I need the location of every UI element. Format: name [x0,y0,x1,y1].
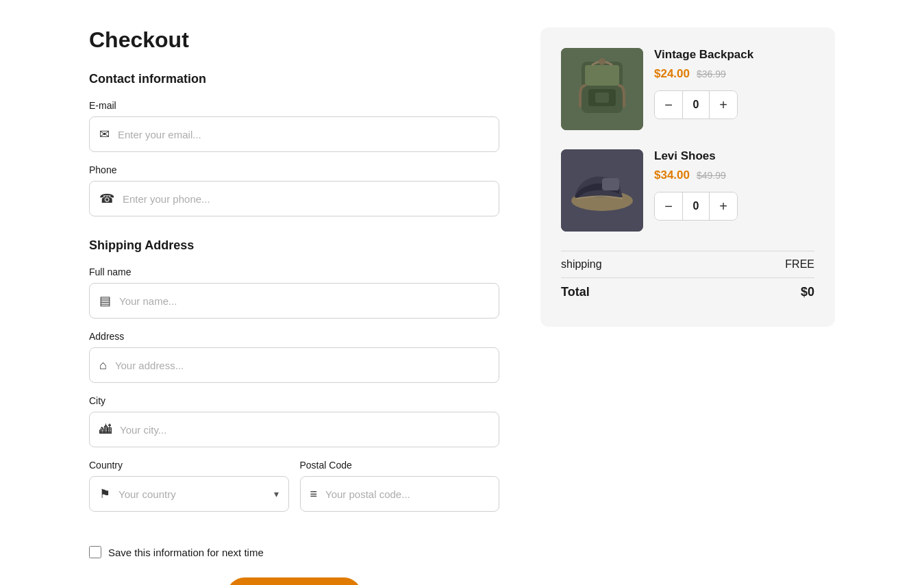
country-label: Country [89,460,289,471]
product-price-shoes: $34.00 $49.99 [654,169,814,182]
product-info-backpack: Vintage Backpack $24.00 $36.99 − 0 + [654,48,814,119]
fullname-input[interactable] [119,295,489,307]
save-info-row: Save this information for next time [89,546,499,558]
postal-input[interactable] [325,488,489,500]
product-card-backpack: Vintage Backpack $24.00 $36.99 − 0 + [561,48,814,130]
phone-input[interactable] [123,193,489,205]
postal-label: Postal Code [300,460,500,471]
country-select[interactable]: ⚑ Your country ▾ [89,476,289,512]
product-price-current-shoes: $34.00 [654,169,690,182]
address-input-wrapper: ⌂ [89,347,499,383]
shipping-section: Shipping Address Full name ▤ Address ⌂ C… [89,238,499,524]
address-field-group: Address ⌂ [89,331,499,383]
address-label: Address [89,331,499,342]
qty-value-backpack: 0 [682,91,710,119]
product-image-shoes [561,149,643,232]
qty-decrease-backpack[interactable]: − [655,91,682,119]
product-name-backpack: Vintage Backpack [654,48,814,62]
email-input[interactable] [118,129,489,140]
total-label: Total [561,285,590,299]
country-field-group: Country ⚑ Your country ▾ [89,460,289,512]
continue-button[interactable]: Continue [227,577,361,585]
product-image-backpack [561,48,643,130]
fullname-input-wrapper: ▤ [89,283,499,319]
phone-field-group: Phone ☎ [89,164,499,216]
shipping-label: shipping [561,258,602,271]
phone-label: Phone [89,164,499,175]
email-label: E-mail [89,100,499,111]
qty-increase-shoes[interactable]: + [710,192,737,220]
fullname-field-group: Full name ▤ [89,266,499,319]
country-placeholder: Your country [118,488,274,500]
submit-area: Continue [89,577,499,585]
postal-field-group: Postal Code ≡ [300,460,500,512]
phone-icon: ☎ [99,191,114,206]
fullname-label: Full name [89,266,499,277]
product-price-original-backpack: $36.99 [697,69,726,79]
postal-icon: ≡ [310,487,318,501]
city-input-wrapper: 🏙 [89,412,499,447]
home-icon: ⌂ [99,358,107,373]
product-price-backpack: $24.00 $36.99 [654,67,814,81]
shipping-summary-row: shipping FREE [561,251,814,277]
svg-rect-4 [595,92,609,103]
qty-increase-backpack[interactable]: + [710,91,737,119]
country-postal-row: Country ⚑ Your country ▾ Postal Code ≡ [89,460,499,524]
city-field-group: City 🏙 [89,395,499,447]
quantity-control-shoes: − 0 + [654,192,738,221]
contact-section: Contact information E-mail ✉ Phone ☎ [89,72,499,216]
email-field-group: E-mail ✉ [89,100,499,152]
address-input[interactable] [115,360,489,371]
total-summary-row: Total $0 [561,278,814,306]
email-input-wrapper: ✉ [89,116,499,152]
page-title: Checkout [89,27,499,53]
svg-rect-5 [599,58,605,65]
chevron-down-icon: ▾ [274,488,279,499]
svg-rect-2 [585,65,619,86]
qty-value-shoes: 0 [682,192,710,220]
product-name-shoes: Levi Shoes [654,149,814,163]
order-summary: Vintage Backpack $24.00 $36.99 − 0 + [540,27,835,327]
postal-input-wrapper: ≡ [300,476,500,512]
shipping-value: FREE [785,258,814,271]
save-info-checkbox[interactable] [89,546,101,558]
city-label: City [89,395,499,406]
id-card-icon: ▤ [99,293,111,308]
product-price-original-shoes: $49.99 [697,170,726,181]
contact-section-title: Contact information [89,72,499,86]
checkout-form: Checkout Contact information E-mail ✉ Ph… [89,27,499,585]
save-info-label[interactable]: Save this information for next time [108,547,264,558]
qty-decrease-shoes[interactable]: − [655,192,682,220]
city-icon: 🏙 [99,423,112,437]
quantity-control-backpack: − 0 + [654,90,738,119]
phone-input-wrapper: ☎ [89,181,499,216]
total-value: $0 [801,285,814,299]
product-price-current-backpack: $24.00 [654,67,690,81]
shipping-section-title: Shipping Address [89,238,499,253]
city-input[interactable] [120,424,489,436]
product-info-shoes: Levi Shoes $34.00 $49.99 − 0 + [654,149,814,221]
svg-rect-8 [602,178,619,190]
flag-icon: ⚑ [99,486,110,501]
product-card-shoes: Levi Shoes $34.00 $49.99 − 0 + [561,149,814,232]
email-icon: ✉ [99,127,110,142]
